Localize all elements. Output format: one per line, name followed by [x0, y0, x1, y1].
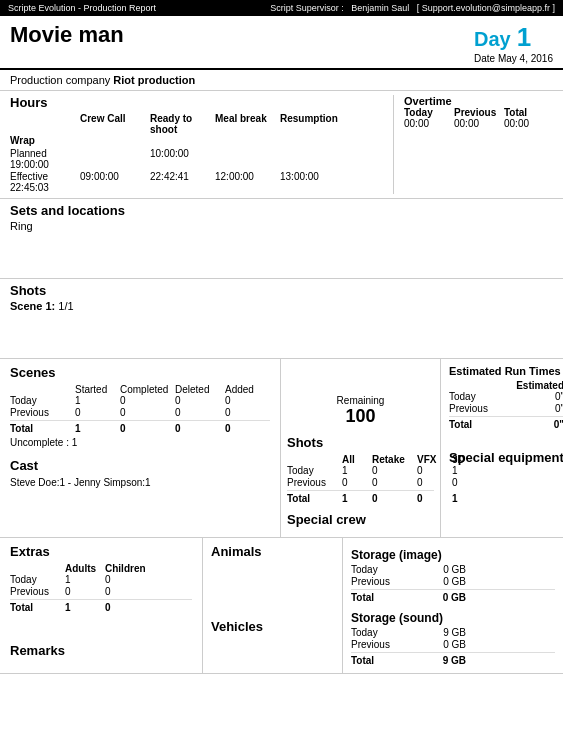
header-bar: Scripte Evolution - Production Report Sc… — [0, 0, 563, 16]
day-date-box: Day 1 Date May 4, 2016 — [474, 22, 553, 64]
sets-section: Sets and locations Ring — [0, 199, 563, 279]
hours-planned-row: Planned 10:00:00 19:00:00 — [10, 148, 393, 170]
extras-table: Adults Children Today 1 0 Previous 0 0 T… — [10, 563, 192, 613]
overtime-header: Today Previous Total — [404, 107, 553, 118]
cast-value: Steve Doe:1 - Jenny Simpson:1 — [10, 477, 270, 488]
hours-header: Crew Call Ready to shoot Meal break Resu… — [10, 113, 393, 146]
est-header: Estimated Shot — [449, 380, 563, 391]
scenes-today-row: Today 1 0 0 0 — [10, 395, 270, 406]
scenes-header: Started Completed Deleted Added — [10, 384, 270, 395]
app-name: Scripte Evolution - Production Report — [8, 3, 156, 13]
storage-sound-previous-row: Previous 0 GB — [351, 639, 555, 650]
remaining-box: Remaining 100 — [287, 395, 434, 427]
production-section: Production company Riot production — [0, 70, 563, 91]
vehicles-section: Vehicles — [211, 619, 334, 634]
storage-image-today-row: Today 0 GB — [351, 564, 555, 575]
uncomplete-row: Uncomplete : 1 — [10, 437, 270, 448]
date-line: Date May 4, 2016 — [474, 53, 553, 64]
overtime-box: Overtime Today Previous Total 00:00 00:0… — [393, 95, 553, 194]
cast-section: Cast Steve Doe:1 - Jenny Simpson:1 — [10, 458, 270, 488]
main-content: Scenes Started Completed Deleted Added T… — [0, 359, 563, 538]
shots-today-row: Today 1 0 0 1 — [287, 465, 434, 476]
storage-sound-today-row: Today 9 GB — [351, 627, 555, 638]
right-panel: Estimated Run Times Estimated Shot Today… — [441, 359, 563, 537]
hours-title: Hours — [10, 95, 393, 110]
storage-image-total-row: Total 0 GB — [351, 592, 555, 603]
shots-table-block: Shots All Retake VFX 3D Today 1 0 0 1 Pr… — [287, 435, 434, 504]
scenes-total-row: Total 1 0 0 0 — [10, 423, 270, 434]
est-previous-row: Previous 0" 0" — [449, 403, 563, 414]
remarks-section: Remarks — [10, 643, 192, 658]
shots-header: All Retake VFX 3D — [287, 454, 434, 465]
est-run-block: Estimated Run Times Estimated Shot Today… — [449, 365, 563, 430]
storage-sound-section: Storage (sound) Today 9 GB Previous 0 GB… — [351, 611, 555, 666]
extras-header: Adults Children — [10, 563, 192, 574]
bottom-left: Extras Adults Children Today 1 0 Previou… — [0, 538, 203, 673]
shots-total-row: Total 1 0 0 1 — [287, 493, 434, 504]
hours-effective-row: Effective 09:00:00 22:42:41 12:00:00 13:… — [10, 171, 393, 193]
est-total-row: Total 0" 0" — [449, 419, 563, 430]
movie-title: Movie man — [10, 22, 124, 48]
extras-previous-row: Previous 0 0 — [10, 586, 192, 597]
bottom-right: Storage (image) Today 0 GB Previous 0 GB… — [343, 538, 563, 673]
scene-info: Scene 1: 1/1 — [10, 300, 553, 312]
shots-section: Shots Scene 1: 1/1 — [0, 279, 563, 359]
scenes-previous-row: Previous 0 0 0 0 — [10, 407, 270, 418]
shots-previous-row: Previous 0 0 0 0 — [287, 477, 434, 488]
storage-image-section: Storage (image) Today 0 GB Previous 0 GB… — [351, 548, 555, 603]
sets-value: Ring — [10, 220, 553, 232]
scenes-block: Scenes Started Completed Deleted Added T… — [10, 365, 270, 448]
special-equipment: Special equipment — [449, 450, 563, 465]
est-today-row: Today 0" 0" — [449, 391, 563, 402]
bottom-section: Extras Adults Children Today 1 0 Previou… — [0, 538, 563, 674]
supervisor-info: Script Supervisor : Benjamin Saul [ Supp… — [270, 3, 555, 13]
left-panel: Scenes Started Completed Deleted Added T… — [0, 359, 281, 537]
bottom-middle: Animals Vehicles — [203, 538, 343, 673]
storage-sound-total-row: Total 9 GB — [351, 655, 555, 666]
day-number: Day 1 — [474, 22, 553, 53]
overtime-row: 00:00 00:00 00:00 — [404, 118, 553, 129]
main-header: Movie man Day 1 Date May 4, 2016 — [0, 16, 563, 70]
storage-image-previous-row: Previous 0 GB — [351, 576, 555, 587]
production-label: Production company Riot production — [10, 74, 195, 86]
extras-total-row: Total 1 0 — [10, 602, 192, 613]
extras-today-row: Today 1 0 — [10, 574, 192, 585]
special-crew: Special crew — [287, 512, 434, 527]
middle-panel: Remaining 100 Shots All Retake VFX 3D To… — [281, 359, 441, 537]
hours-section: Hours Crew Call Ready to shoot Meal brea… — [0, 91, 563, 199]
